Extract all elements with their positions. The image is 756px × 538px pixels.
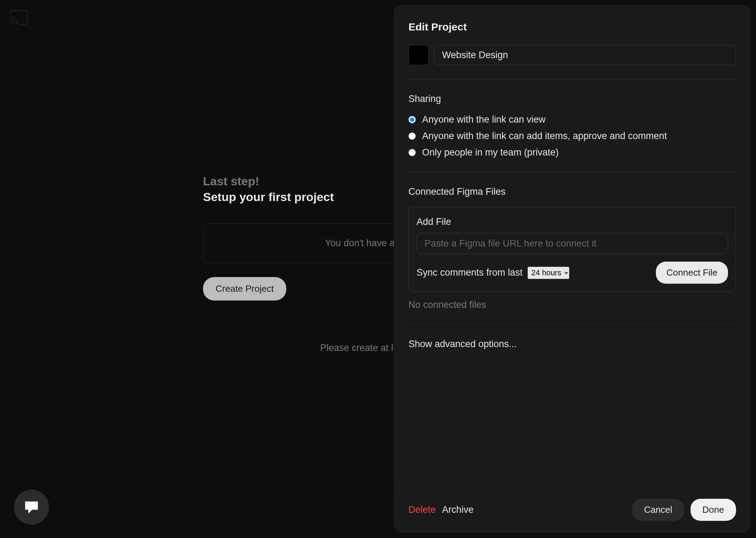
divider bbox=[408, 79, 736, 80]
sync-duration-select[interactable]: 24 hours bbox=[527, 267, 569, 279]
divider bbox=[408, 172, 736, 172]
panel-footer: Delete Archive Cancel Done bbox=[394, 488, 751, 533]
add-file-label: Add File bbox=[416, 216, 728, 227]
delete-button[interactable]: Delete bbox=[408, 504, 436, 515]
connect-file-button[interactable]: Connect File bbox=[656, 262, 728, 284]
sharing-radio-private[interactable] bbox=[408, 149, 416, 156]
sharing-option-label: Anyone with the link can add items, appr… bbox=[422, 131, 667, 142]
project-color-swatch[interactable] bbox=[408, 45, 429, 65]
sharing-option-label: Anyone with the link can view bbox=[422, 114, 546, 125]
sharing-option-label: Only people in my team (private) bbox=[422, 147, 559, 158]
sync-label: Sync comments from last bbox=[416, 267, 523, 278]
onboarding-help-text: Please create at le bbox=[320, 343, 399, 353]
figma-section-label: Connected Figma Files bbox=[408, 186, 736, 197]
project-name-input[interactable] bbox=[434, 45, 736, 65]
create-project-button[interactable]: Create Project bbox=[203, 277, 286, 301]
sharing-option-add[interactable]: Anyone with the link can add items, appr… bbox=[408, 131, 736, 142]
sharing-radio-view[interactable] bbox=[408, 116, 416, 123]
sharing-radio-group: Anyone with the link can view Anyone wit… bbox=[408, 114, 736, 158]
done-button[interactable]: Done bbox=[691, 499, 736, 521]
show-advanced-options-link[interactable]: Show advanced options... bbox=[408, 339, 736, 350]
svg-point-0 bbox=[10, 23, 12, 24]
add-figma-file-box: Add File Sync comments from last 24 hour… bbox=[408, 207, 736, 292]
figma-url-input[interactable] bbox=[416, 233, 728, 254]
empty-projects-text: You don't have any bbox=[325, 238, 405, 248]
sharing-radio-add[interactable] bbox=[408, 132, 416, 140]
cancel-button[interactable]: Cancel bbox=[632, 499, 684, 521]
chat-icon bbox=[24, 500, 39, 514]
divider bbox=[408, 324, 736, 325]
sharing-label: Sharing bbox=[408, 94, 736, 104]
panel-title: Edit Project bbox=[408, 21, 736, 33]
sharing-option-private[interactable]: Only people in my team (private) bbox=[408, 147, 736, 158]
edit-project-panel: Edit Project Sharing Anyone with the lin… bbox=[394, 5, 751, 533]
no-connected-files-text: No connected files bbox=[408, 299, 736, 310]
chat-support-button[interactable] bbox=[14, 490, 49, 525]
sharing-option-view[interactable]: Anyone with the link can view bbox=[408, 114, 736, 125]
archive-button[interactable]: Archive bbox=[442, 504, 474, 515]
cast-icon bbox=[10, 10, 28, 26]
